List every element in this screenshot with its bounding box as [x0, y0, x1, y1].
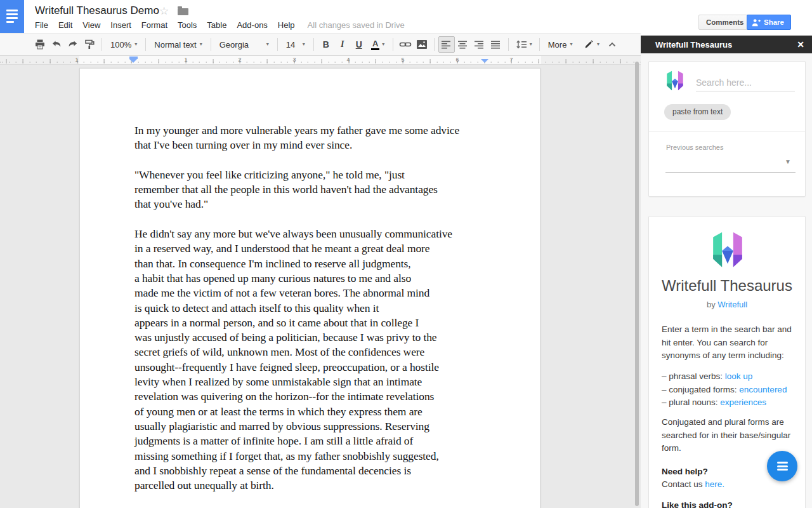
- example-link[interactable]: experiences: [720, 398, 766, 407]
- font-value: Georgia: [219, 40, 249, 50]
- bold-button[interactable]: B: [318, 36, 334, 53]
- left-indent-marker[interactable]: [129, 57, 138, 63]
- search-input[interactable]: [696, 74, 795, 91]
- ruler-number: 3: [292, 57, 296, 63]
- example-item: – conjugated forms: encountered: [662, 384, 787, 397]
- folder-icon[interactable]: [178, 8, 188, 15]
- menu-item[interactable]: Add-ons: [232, 19, 272, 31]
- byline: by Writefull: [649, 300, 805, 309]
- example-link[interactable]: encountered: [739, 385, 787, 394]
- undo-button[interactable]: [48, 36, 65, 53]
- zoom-select[interactable]: 100% ▾: [106, 36, 141, 53]
- contact-line: Contact us here.: [662, 479, 724, 489]
- writefull-link[interactable]: Writefull: [717, 300, 747, 309]
- document-scrollbar[interactable]: [635, 62, 639, 506]
- writefull-logo-small: [664, 69, 686, 93]
- pencil-icon: [584, 39, 594, 50]
- toolbar-separator: [277, 38, 278, 51]
- align-right-button[interactable]: [471, 36, 488, 53]
- font-size-select[interactable]: 14 ▾: [282, 36, 310, 53]
- italic-button[interactable]: I: [334, 36, 351, 53]
- toolbar-separator: [211, 38, 211, 51]
- hamburger-icon: [777, 462, 788, 464]
- chevron-down-icon: ▾: [303, 42, 305, 47]
- chevron-down-icon: ▾: [570, 42, 572, 47]
- toolbar-separator: [434, 38, 435, 51]
- document-text: In my younger and more vulnerable years …: [80, 69, 540, 493]
- note-text: Conjugated and plural forms are searched…: [662, 416, 790, 455]
- chevron-down-icon: ▾: [530, 42, 532, 47]
- justify-button[interactable]: [488, 36, 504, 53]
- align-center-button[interactable]: [455, 36, 471, 53]
- previous-searches-label: Previous searches: [666, 144, 724, 151]
- comments-button[interactable]: Comments: [698, 15, 751, 30]
- menu-fab-button[interactable]: [767, 451, 797, 481]
- paint-format-button[interactable]: [81, 36, 98, 53]
- contact-link[interactable]: here.: [705, 479, 724, 489]
- ruler-number: 7: [509, 57, 513, 63]
- writefull-logo-large: [708, 230, 747, 272]
- more-button[interactable]: More ▾: [544, 36, 577, 53]
- divider: [649, 131, 805, 132]
- right-indent-marker[interactable]: [481, 59, 488, 63]
- menu-item[interactable]: View: [77, 19, 105, 31]
- document-page[interactable]: In my younger and more vulnerable years …: [79, 68, 540, 508]
- paragraph-style-select[interactable]: Normal text ▾: [150, 36, 206, 53]
- ruler-number: 1: [184, 57, 187, 63]
- print-icon: [34, 39, 46, 50]
- document-canvas: In my younger and more vulnerable years …: [0, 65, 641, 508]
- close-icon[interactable]: ✕: [797, 39, 804, 50]
- justify-icon: [491, 39, 501, 50]
- insert-image-button[interactable]: [414, 36, 430, 53]
- align-left-button[interactable]: [438, 36, 455, 53]
- insert-link-button[interactable]: [397, 36, 414, 53]
- align-right-icon: [475, 39, 485, 50]
- previous-searches-dropdown[interactable]: [665, 172, 796, 173]
- sidebar-header: Writefull Thesaurus ✕: [641, 36, 812, 53]
- menu-item[interactable]: Help: [273, 19, 300, 31]
- redo-button[interactable]: [65, 36, 81, 53]
- chevron-down-icon: ▾: [134, 42, 137, 47]
- style-value: Normal text: [154, 40, 196, 50]
- menu-bar: FileEditViewInsertFormatToolsTableAdd-on…: [30, 19, 407, 31]
- align-center-icon: [458, 39, 468, 50]
- print-button[interactable]: [32, 36, 48, 53]
- example-link[interactable]: look up: [725, 371, 753, 381]
- menu-item[interactable]: Tools: [173, 19, 202, 31]
- paint-roller-icon: [84, 39, 95, 50]
- ruler-number: 5: [401, 57, 404, 63]
- zoom-value: 100%: [110, 40, 131, 50]
- menu-item[interactable]: Table: [202, 19, 232, 31]
- example-item: – plural nouns: experiences: [662, 396, 787, 410]
- redo-icon: [67, 39, 79, 50]
- save-status[interactable]: All changes saved in Drive: [305, 19, 407, 31]
- dropdown-caret-icon[interactable]: ▼: [785, 158, 791, 165]
- horizontal-ruler: 11234567: [0, 56, 641, 65]
- toolbar-separator: [393, 38, 393, 51]
- editing-mode-button[interactable]: ▾: [579, 36, 604, 53]
- example-item: – phrasal verbs: look up: [662, 370, 787, 384]
- paste-from-text-button[interactable]: paste from text: [664, 104, 731, 120]
- font-size-value: 14: [286, 40, 295, 50]
- collapse-toolbar-button[interactable]: [604, 36, 620, 53]
- font-family-select[interactable]: Georgia ▾: [215, 36, 273, 53]
- menu-item[interactable]: Format: [136, 19, 173, 31]
- text-color-button[interactable]: A ▾: [367, 36, 389, 53]
- menu-item[interactable]: Edit: [53, 19, 77, 31]
- share-label: Share: [764, 15, 784, 29]
- intro-text: Enter a term in the search bar and hit e…: [662, 323, 792, 363]
- menu-item[interactable]: Insert: [105, 19, 136, 31]
- need-help-title: Need help?: [662, 467, 708, 476]
- ruler-number: 2: [238, 57, 241, 63]
- document-title[interactable]: Writefull Thesaurus Demo: [35, 4, 159, 17]
- star-icon[interactable]: ☆: [159, 4, 169, 18]
- underline-button[interactable]: U: [351, 36, 367, 53]
- search-card: paste from text Previous searches ▼: [648, 61, 806, 197]
- top-bar: Writefull Thesaurus Demo ☆ FileEditViewI…: [0, 0, 812, 33]
- google-docs-icon[interactable]: [0, 0, 24, 33]
- line-spacing-button[interactable]: ▾: [513, 36, 535, 53]
- menu-item[interactable]: File: [30, 19, 53, 31]
- share-button[interactable]: Share: [747, 15, 791, 30]
- like-addon-title: Like this add-on?: [662, 500, 733, 508]
- chevron-down-icon: ▾: [382, 42, 384, 47]
